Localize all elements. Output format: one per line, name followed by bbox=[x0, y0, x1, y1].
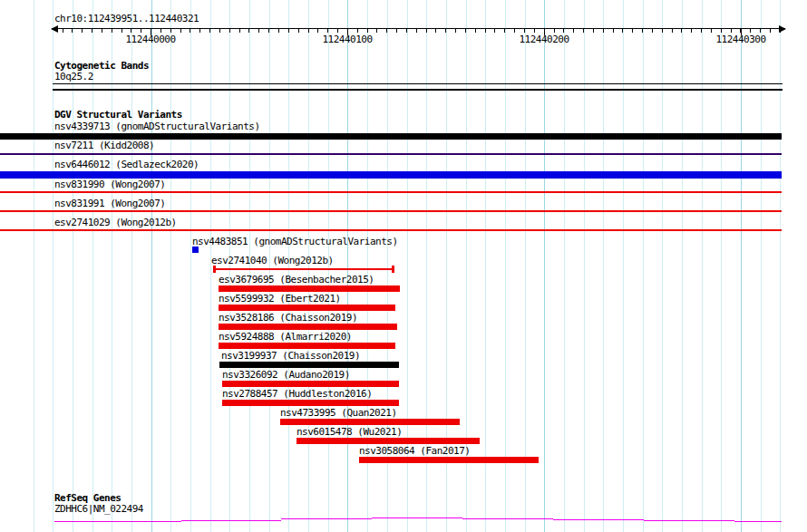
ruler-tick-minor bbox=[662, 29, 663, 33]
ruler-tick-minor bbox=[435, 29, 436, 33]
gene-model-line[interactable] bbox=[734, 521, 782, 522]
cytoband-line[interactable] bbox=[53, 89, 783, 91]
feature-label[interactable]: nsv3326092 (Audano2019) bbox=[222, 369, 350, 381]
variant-bar[interactable] bbox=[222, 381, 399, 387]
variant-bar[interactable] bbox=[0, 191, 782, 193]
variant-bar[interactable] bbox=[222, 400, 399, 406]
ruler-tick-minor bbox=[92, 29, 92, 33]
gridline-minor bbox=[780, 0, 781, 532]
gene-model-line[interactable] bbox=[644, 520, 734, 521]
variant-bar[interactable] bbox=[0, 171, 782, 179]
ruler-tick-minor bbox=[642, 29, 643, 33]
variant-range-cap-left[interactable] bbox=[213, 266, 216, 273]
ruler-tick-minor bbox=[219, 29, 220, 33]
variant-range-cap-right[interactable] bbox=[392, 266, 394, 273]
feature-label[interactable]: nsv3058064 (Fan2017) bbox=[359, 445, 470, 457]
gridline-minor bbox=[190, 0, 191, 532]
ruler-tick-minor bbox=[102, 29, 102, 33]
ruler-tick-minor bbox=[750, 29, 751, 33]
feature-label[interactable]: nsv4339713 (gnomADStructuralVariants) bbox=[54, 121, 260, 132]
feature-label[interactable]: nsv4483851 (gnomADStructuralVariants) bbox=[192, 236, 398, 247]
variant-bar[interactable] bbox=[280, 419, 460, 425]
feature-label[interactable]: nsv6446012 (Sedlazeck2020) bbox=[54, 159, 199, 170]
variant-bar[interactable] bbox=[219, 285, 400, 292]
ruler-tick-minor bbox=[72, 29, 73, 33]
ruler-tick-minor bbox=[357, 29, 358, 33]
gridline-minor bbox=[643, 0, 644, 532]
ruler-tick-minor bbox=[583, 29, 584, 33]
feature-label[interactable]: nsv4733995 (Quan2021) bbox=[280, 407, 397, 419]
ruler-tick-minor bbox=[141, 29, 141, 33]
ruler-tick-minor bbox=[278, 29, 279, 33]
gene-model-line[interactable] bbox=[553, 519, 644, 520]
ruler-tick-minor bbox=[63, 29, 63, 33]
ruler-tick-minor bbox=[376, 29, 377, 33]
gridline-major bbox=[741, 0, 742, 532]
ruler-tick-minor bbox=[691, 29, 692, 33]
variant-bar[interactable] bbox=[219, 305, 395, 311]
feature-label[interactable]: nsv831991 (Wong2007) bbox=[54, 198, 165, 209]
feature-label[interactable]: nsv3199937 (Chaisson2019) bbox=[221, 350, 360, 362]
ruler-tick-minor bbox=[367, 29, 368, 33]
ruler-tick-minor bbox=[524, 29, 525, 33]
ruler-tick-minor bbox=[288, 29, 289, 33]
ruler-arrow-left-icon bbox=[51, 25, 58, 33]
feature-label[interactable]: nsv2788457 (Huddleston2016) bbox=[222, 388, 372, 400]
ruler-tick-minor bbox=[701, 29, 702, 33]
ruler-tick-minor bbox=[770, 29, 771, 33]
feature-label[interactable]: nsv3528186 (Chaisson2019) bbox=[219, 312, 357, 324]
variant-bar[interactable] bbox=[0, 133, 782, 140]
ruler-tick-minor bbox=[416, 29, 417, 33]
gene-model-line[interactable] bbox=[181, 520, 281, 521]
variant-bar[interactable] bbox=[219, 324, 397, 330]
ruler-tick-minor bbox=[455, 29, 456, 33]
variant-range-bar[interactable] bbox=[214, 268, 394, 270]
ruler-tick-minor bbox=[209, 29, 210, 33]
ruler-tick-minor bbox=[317, 29, 318, 33]
variant-bar[interactable] bbox=[359, 457, 539, 463]
ruler-tick-minor bbox=[406, 29, 407, 33]
ruler-tick-minor bbox=[731, 29, 732, 33]
ruler-tick-minor bbox=[780, 29, 781, 33]
ruler-tick-minor bbox=[248, 29, 249, 33]
feature-label[interactable]: nsv5924888 (Almarri2020) bbox=[219, 331, 352, 343]
feature-label[interactable]: esv3679695 (Besenbacher2015) bbox=[219, 274, 374, 285]
ruler-tick-minor bbox=[534, 29, 535, 33]
gridline-minor bbox=[603, 0, 604, 532]
ruler-tick-minor bbox=[494, 29, 495, 33]
variant-bar[interactable] bbox=[0, 229, 782, 231]
ruler-tick-minor bbox=[711, 29, 712, 33]
ruler-tick-minor bbox=[445, 29, 446, 33]
feature-label[interactable]: esv2741040 (Wong2012b) bbox=[211, 255, 334, 266]
feature-label[interactable]: esv2741029 (Wong2012b) bbox=[54, 217, 177, 228]
variant-bar[interactable] bbox=[0, 153, 782, 155]
ruler-tick-minor bbox=[613, 29, 614, 33]
ruler-tick-minor bbox=[593, 29, 594, 33]
gene-model-line[interactable] bbox=[54, 521, 181, 522]
ruler-tick-label: 112440100 bbox=[322, 34, 372, 44]
gene-model-line[interactable] bbox=[462, 518, 553, 519]
ruler-tick-minor bbox=[504, 29, 505, 33]
ruler-tick-minor bbox=[514, 29, 515, 33]
gene-model-line[interactable] bbox=[281, 518, 372, 519]
variant-bar[interactable] bbox=[219, 362, 399, 368]
feature-label[interactable]: nsv5599932 (Ebert2021) bbox=[219, 293, 341, 305]
gridline-minor bbox=[112, 0, 112, 532]
gene-model-line[interactable] bbox=[372, 517, 462, 518]
ruler-tick-minor bbox=[199, 29, 200, 33]
variant-bar[interactable] bbox=[0, 210, 782, 212]
ruler-tick-label: 112440300 bbox=[715, 34, 765, 44]
ruler-tick-minor bbox=[258, 29, 259, 33]
gridline-minor bbox=[662, 0, 663, 532]
gridline-minor bbox=[721, 0, 722, 532]
feature-label[interactable]: nsv7211 (Kidd2008) bbox=[54, 140, 154, 151]
ruler-tick-minor bbox=[298, 29, 299, 33]
variant-bar[interactable] bbox=[219, 343, 395, 349]
variant-point[interactable] bbox=[192, 247, 199, 253]
feature-label[interactable]: nsv831990 (Wong2007) bbox=[54, 179, 165, 190]
feature-label[interactable]: nsv6015478 (Wu2021) bbox=[297, 426, 402, 438]
feature-label[interactable]: ZDHHC6|NM_022494 bbox=[54, 503, 143, 515]
variant-bar[interactable] bbox=[297, 438, 480, 444]
cytoband-line[interactable] bbox=[53, 83, 783, 84]
gridline-minor bbox=[505, 0, 506, 532]
